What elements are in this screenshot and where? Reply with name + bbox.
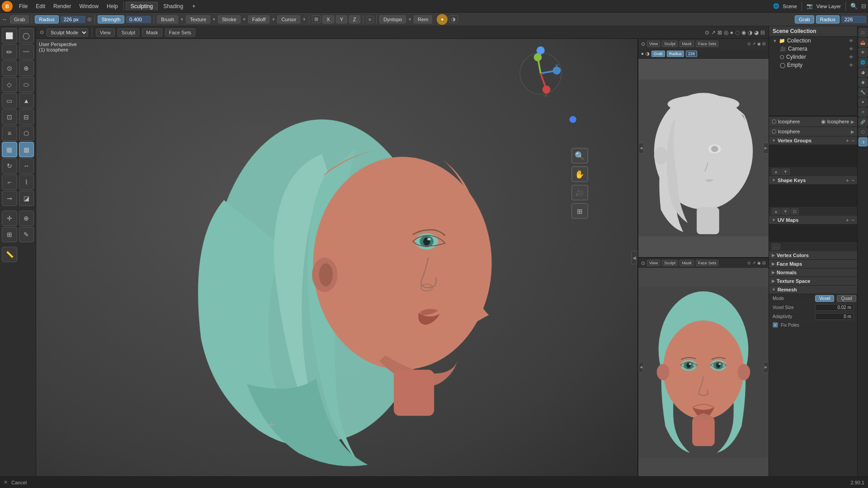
dyntopo-dropdown[interactable]: ▼	[408, 17, 412, 22]
tool-crease[interactable]: ◇	[2, 77, 17, 92]
pi-world[interactable]: ◕	[859, 68, 868, 77]
menu-edit[interactable]: Edit	[32, 2, 49, 10]
tool-move[interactable]: ✛	[2, 211, 17, 226]
menu-render[interactable]: Render	[50, 2, 75, 10]
pi-output[interactable]: 📤	[859, 38, 868, 47]
menu-help[interactable]: Help	[103, 2, 122, 10]
stroke-dropdown-icon[interactable]: ▼	[242, 17, 246, 22]
toolbar-cursor[interactable]: Cursor	[277, 15, 300, 23]
voxel-btn[interactable]: Voxel	[815, 295, 834, 302]
tool-box-select[interactable]: ⬜	[2, 28, 17, 43]
top-vp-overlay[interactable]: ⊙	[747, 42, 751, 46]
toolbar-rem[interactable]: Rem	[414, 15, 432, 23]
toolbar-texture[interactable]: Texture	[186, 15, 210, 23]
top-vp-mask[interactable]: Mask	[679, 41, 694, 47]
face-sets-btn[interactable]: Face Sets	[165, 28, 196, 37]
pi-physics[interactable]: ⚛	[859, 108, 868, 117]
pi-particles[interactable]: ✦	[859, 98, 868, 107]
sk-remove[interactable]: −	[852, 178, 854, 183]
proportional-icon[interactable]: ◎	[724, 29, 728, 36]
pi-data[interactable]: ⬡	[859, 127, 868, 136]
tool-flatten[interactable]: ▭	[2, 93, 17, 108]
scene-item-cylinder[interactable]: ⬡ Cylinder 👁	[769, 53, 857, 61]
top-vp-gizmo[interactable]: ↗	[752, 42, 756, 46]
top-vp-shading[interactable]: ◉	[757, 42, 761, 46]
vertex-colors-section[interactable]: ▶ Vertex Colors	[769, 251, 857, 260]
scene-item-empty[interactable]: ◯ Empty 👁	[769, 61, 857, 69]
bot-vp-gizmo[interactable]: ↗	[752, 261, 756, 265]
shading-dot[interactable]: ●	[730, 29, 733, 36]
mode-icon[interactable]: ⊙	[40, 29, 44, 35]
tool-mask[interactable]: ◪	[19, 191, 34, 206]
bot-vp-facesets[interactable]: Face Sets	[696, 260, 719, 266]
tool-cloth[interactable]: ⌇	[19, 174, 34, 190]
tool-pinch[interactable]: ⊙	[2, 61, 17, 76]
toolbar2-grab[interactable]: Grab	[795, 15, 814, 23]
tool-scrape[interactable]: ⊡	[2, 109, 17, 125]
toolbar-falloff[interactable]: Falloff	[248, 15, 270, 23]
top-vp-collapse-right[interactable]: ▶	[763, 143, 769, 154]
overlay-icon[interactable]: ⊙	[705, 29, 709, 36]
viewport-extra[interactable]: ⊟	[760, 29, 765, 36]
shading-solid[interactable]: ◉	[741, 29, 746, 36]
falloff-dropdown-icon[interactable]: ▼	[271, 17, 275, 22]
stroke-method-icon[interactable]: ≡	[366, 16, 373, 23]
cancel-icon[interactable]: ✕	[4, 479, 8, 485]
bot-vp-mask[interactable]: Mask	[679, 260, 694, 266]
tool-smooth[interactable]: 〰	[19, 44, 34, 60]
workspace-add[interactable]: +	[189, 2, 199, 10]
tool-clay-thumb[interactable]: ▩	[19, 142, 34, 157]
tool-multiplane-scrape[interactable]: ⊟	[19, 109, 34, 125]
tool-circle-select[interactable]: ◯	[19, 28, 34, 43]
scene-item-camera[interactable]: 🎥 Camera 👁	[769, 45, 857, 53]
top-vp-mode-icon[interactable]: ⊙	[641, 41, 645, 47]
tool-annotate[interactable]: ✎	[19, 227, 34, 242]
search-icon[interactable]: 🔍	[850, 3, 858, 9]
radius-picker-icon[interactable]: ◎	[87, 16, 92, 22]
snap-icon[interactable]: ⊠	[717, 29, 722, 36]
toolbar-radius-label[interactable]: Radius	[35, 15, 58, 23]
bot-vp-collapse-right[interactable]: ▶	[763, 362, 769, 373]
tool-boundary[interactable]: ⌐	[2, 174, 17, 190]
bot-vp-overlay[interactable]: ⊙	[747, 261, 751, 265]
pi-constraints[interactable]: 🔗	[859, 117, 868, 127]
vg-btn2[interactable]: ▼	[781, 169, 790, 175]
brush-dropdown-icon[interactable]: ▼	[180, 17, 184, 22]
bot-vp-collapse-left[interactable]: ◀	[638, 362, 644, 373]
pi-render[interactable]: 🎥	[859, 28, 868, 37]
shading-icon[interactable]: ◑	[449, 15, 458, 23]
props-expand[interactable]: ▶	[851, 119, 854, 124]
mask-btn[interactable]: Mask	[142, 28, 162, 37]
cancel-label[interactable]: Cancel	[11, 480, 27, 485]
scene-item-collection[interactable]: ▼ 📁 Collection 👁	[769, 37, 857, 45]
camera-eye[interactable]: 👁	[849, 47, 854, 52]
top-vp-view[interactable]: View	[647, 41, 660, 47]
uv-maps-section[interactable]: ▼ UV Maps + −	[769, 216, 857, 225]
tool-fill[interactable]: ▲	[19, 93, 34, 108]
vg-add[interactable]: +	[846, 138, 849, 143]
empty-eye[interactable]: 👁	[849, 63, 854, 68]
pi-scene[interactable]: 🌐	[859, 58, 868, 67]
uv-remove[interactable]: −	[852, 217, 854, 223]
tool-simplify[interactable]: ⊸	[2, 191, 17, 206]
vertex-groups-section[interactable]: ▼ Vertex Groups + −	[769, 136, 857, 145]
toolbar-dyntopo[interactable]: Dyntopo	[379, 15, 406, 23]
sculpt-btn[interactable]: Sculpt	[118, 28, 140, 37]
top-vp-extra[interactable]: ⊟	[762, 42, 766, 46]
toolbar-radius-value[interactable]: 226 px	[61, 16, 85, 23]
tool-inflate[interactable]: ⊕	[19, 61, 34, 76]
vg-remove[interactable]: −	[852, 138, 854, 143]
shading-material[interactable]: ◑	[748, 29, 752, 36]
toolbar-z[interactable]: Z	[349, 15, 360, 23]
sk-btn3[interactable]: ⊡	[791, 208, 799, 215]
top-vp-radius-btn[interactable]: Radius	[667, 51, 684, 57]
collapse-left-arrow[interactable]: ◀	[631, 251, 637, 264]
toolbar2-radius[interactable]: Radius	[816, 15, 840, 23]
voxel-size-value[interactable]: 0.02 m	[815, 304, 854, 311]
gizmo-icon[interactable]: ↗	[711, 29, 716, 36]
top-vp-facesets[interactable]: Face Sets	[696, 41, 719, 47]
toolbar-x[interactable]: X	[322, 15, 334, 23]
remesh-section[interactable]: ▼ Remesh	[769, 286, 857, 294]
sk-btn1[interactable]: ▲	[772, 208, 780, 215]
tool-draw[interactable]: ✏	[2, 44, 17, 60]
